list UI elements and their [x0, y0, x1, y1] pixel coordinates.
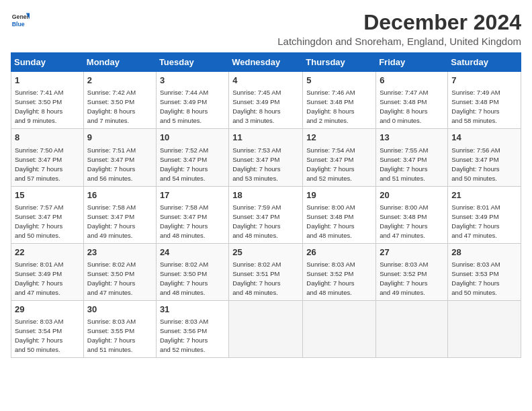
- day-number: 21: [451, 189, 517, 201]
- calendar-cell: [303, 300, 376, 357]
- header-col-sunday: Sunday: [11, 53, 84, 72]
- day-info: Sunrise: 8:03 AM Sunset: 3:56 PM Dayligh…: [160, 318, 208, 353]
- calendar-cell: 2Sunrise: 7:42 AM Sunset: 3:50 PM Daylig…: [83, 72, 156, 129]
- day-info: Sunrise: 7:51 AM Sunset: 3:47 PM Dayligh…: [87, 146, 136, 182]
- calendar-cell: 18Sunrise: 7:59 AM Sunset: 3:47 PM Dayli…: [229, 186, 303, 243]
- calendar-cell: 11Sunrise: 7:53 AM Sunset: 3:47 PM Dayli…: [229, 129, 303, 186]
- day-number: 23: [87, 246, 152, 259]
- day-info: Sunrise: 7:41 AM Sunset: 3:50 PM Dayligh…: [15, 89, 63, 124]
- calendar-header-row: SundayMondayTuesdayWednesdayThursdayFrid…: [11, 53, 521, 72]
- header-col-saturday: Saturday: [448, 53, 521, 72]
- day-number: 25: [232, 246, 299, 259]
- calendar-cell: 22Sunrise: 8:01 AM Sunset: 3:49 PM Dayli…: [11, 243, 84, 300]
- day-info: Sunrise: 8:03 AM Sunset: 3:55 PM Dayligh…: [87, 318, 136, 353]
- day-info: Sunrise: 7:58 AM Sunset: 3:47 PM Dayligh…: [87, 203, 136, 239]
- day-number: 11: [232, 132, 299, 144]
- calendar-title: December 2024: [277, 11, 521, 34]
- day-number: 4: [232, 75, 299, 87]
- day-info: Sunrise: 8:02 AM Sunset: 3:51 PM Dayligh…: [232, 261, 281, 296]
- calendar-cell: 25Sunrise: 8:02 AM Sunset: 3:51 PM Dayli…: [229, 243, 303, 300]
- day-info: Sunrise: 7:47 AM Sunset: 3:48 PM Dayligh…: [380, 89, 428, 124]
- calendar-cell: [376, 300, 448, 357]
- day-info: Sunrise: 7:45 AM Sunset: 3:49 PM Dayligh…: [232, 89, 281, 124]
- title-block: December 2024 Latchingdon and Snoreham, …: [277, 11, 521, 47]
- page-header: General Blue December 2024 Latchingdon a…: [11, 11, 521, 47]
- day-info: Sunrise: 7:55 AM Sunset: 3:47 PM Dayligh…: [380, 146, 428, 182]
- calendar-cell: [448, 300, 521, 357]
- day-info: Sunrise: 8:03 AM Sunset: 3:52 PM Dayligh…: [380, 261, 428, 296]
- day-info: Sunrise: 7:53 AM Sunset: 3:47 PM Dayligh…: [232, 146, 281, 182]
- day-info: Sunrise: 8:00 AM Sunset: 3:48 PM Dayligh…: [306, 203, 355, 239]
- day-number: 15: [15, 189, 80, 201]
- svg-text:Blue: Blue: [12, 21, 25, 28]
- day-number: 28: [451, 246, 517, 259]
- calendar-cell: 6Sunrise: 7:47 AM Sunset: 3:48 PM Daylig…: [376, 72, 448, 129]
- header-col-tuesday: Tuesday: [156, 53, 228, 72]
- day-number: 9: [87, 132, 152, 144]
- day-info: Sunrise: 8:00 AM Sunset: 3:48 PM Dayligh…: [380, 203, 428, 239]
- calendar-subtitle: Latchingdon and Snoreham, England, Unite…: [277, 36, 521, 47]
- calendar-cell: 3Sunrise: 7:44 AM Sunset: 3:49 PM Daylig…: [156, 72, 228, 129]
- day-number: 19: [306, 189, 372, 201]
- calendar-cell: 29Sunrise: 8:03 AM Sunset: 3:54 PM Dayli…: [11, 300, 84, 357]
- day-info: Sunrise: 7:57 AM Sunset: 3:47 PM Dayligh…: [15, 203, 63, 239]
- calendar-cell: [229, 300, 303, 357]
- day-info: Sunrise: 8:03 AM Sunset: 3:54 PM Dayligh…: [15, 318, 63, 353]
- header-col-thursday: Thursday: [303, 53, 376, 72]
- day-number: 14: [451, 132, 517, 144]
- day-info: Sunrise: 8:01 AM Sunset: 3:49 PM Dayligh…: [15, 261, 63, 296]
- calendar-cell: 10Sunrise: 7:52 AM Sunset: 3:47 PM Dayli…: [156, 129, 228, 186]
- calendar-cell: 19Sunrise: 8:00 AM Sunset: 3:48 PM Dayli…: [303, 186, 376, 243]
- calendar-cell: 16Sunrise: 7:58 AM Sunset: 3:47 PM Dayli…: [83, 186, 156, 243]
- calendar-cell: 15Sunrise: 7:57 AM Sunset: 3:47 PM Dayli…: [11, 186, 84, 243]
- day-info: Sunrise: 8:03 AM Sunset: 3:53 PM Dayligh…: [451, 261, 500, 296]
- day-number: 2: [87, 75, 152, 87]
- calendar-cell: 5Sunrise: 7:46 AM Sunset: 3:48 PM Daylig…: [303, 72, 376, 129]
- day-number: 30: [87, 304, 152, 316]
- day-info: Sunrise: 8:02 AM Sunset: 3:50 PM Dayligh…: [160, 261, 208, 296]
- day-info: Sunrise: 8:03 AM Sunset: 3:52 PM Dayligh…: [306, 261, 355, 296]
- day-number: 22: [15, 246, 80, 259]
- day-number: 12: [306, 132, 372, 144]
- week-row-4: 22Sunrise: 8:01 AM Sunset: 3:49 PM Dayli…: [11, 243, 521, 300]
- week-row-1: 1Sunrise: 7:41 AM Sunset: 3:50 PM Daylig…: [11, 72, 521, 129]
- calendar-cell: 13Sunrise: 7:55 AM Sunset: 3:47 PM Dayli…: [376, 129, 448, 186]
- day-info: Sunrise: 7:54 AM Sunset: 3:47 PM Dayligh…: [306, 146, 355, 182]
- day-number: 16: [87, 189, 152, 201]
- day-number: 18: [232, 189, 299, 201]
- day-number: 20: [380, 189, 444, 201]
- day-number: 3: [160, 75, 225, 87]
- calendar-cell: 4Sunrise: 7:45 AM Sunset: 3:49 PM Daylig…: [229, 72, 303, 129]
- day-info: Sunrise: 7:50 AM Sunset: 3:47 PM Dayligh…: [15, 146, 63, 182]
- calendar-cell: 28Sunrise: 8:03 AM Sunset: 3:53 PM Dayli…: [448, 243, 521, 300]
- header-col-wednesday: Wednesday: [229, 53, 303, 72]
- calendar-cell: 21Sunrise: 8:01 AM Sunset: 3:49 PM Dayli…: [448, 186, 521, 243]
- day-info: Sunrise: 8:01 AM Sunset: 3:49 PM Dayligh…: [451, 203, 500, 239]
- calendar-cell: 26Sunrise: 8:03 AM Sunset: 3:52 PM Dayli…: [303, 243, 376, 300]
- calendar-cell: 31Sunrise: 8:03 AM Sunset: 3:56 PM Dayli…: [156, 300, 228, 357]
- day-info: Sunrise: 7:58 AM Sunset: 3:47 PM Dayligh…: [160, 203, 208, 239]
- day-number: 8: [15, 132, 80, 144]
- logo: General Blue: [11, 11, 30, 30]
- week-row-2: 8Sunrise: 7:50 AM Sunset: 3:47 PM Daylig…: [11, 129, 521, 186]
- day-number: 31: [160, 304, 225, 316]
- day-info: Sunrise: 7:59 AM Sunset: 3:47 PM Dayligh…: [232, 203, 281, 239]
- header-col-friday: Friday: [376, 53, 448, 72]
- calendar-cell: 12Sunrise: 7:54 AM Sunset: 3:47 PM Dayli…: [303, 129, 376, 186]
- day-number: 13: [380, 132, 444, 144]
- calendar-cell: 20Sunrise: 8:00 AM Sunset: 3:48 PM Dayli…: [376, 186, 448, 243]
- day-number: 1: [15, 75, 80, 87]
- day-info: Sunrise: 7:44 AM Sunset: 3:49 PM Dayligh…: [160, 89, 208, 124]
- calendar-cell: 8Sunrise: 7:50 AM Sunset: 3:47 PM Daylig…: [11, 129, 84, 186]
- day-info: Sunrise: 7:46 AM Sunset: 3:48 PM Dayligh…: [306, 89, 355, 124]
- day-info: Sunrise: 7:52 AM Sunset: 3:47 PM Dayligh…: [160, 146, 208, 182]
- day-number: 5: [306, 75, 372, 87]
- header-col-monday: Monday: [83, 53, 156, 72]
- calendar-cell: 1Sunrise: 7:41 AM Sunset: 3:50 PM Daylig…: [11, 72, 84, 129]
- day-info: Sunrise: 8:02 AM Sunset: 3:50 PM Dayligh…: [87, 261, 136, 296]
- day-number: 17: [160, 189, 225, 201]
- day-number: 6: [380, 75, 444, 87]
- week-row-3: 15Sunrise: 7:57 AM Sunset: 3:47 PM Dayli…: [11, 186, 521, 243]
- day-number: 10: [160, 132, 225, 144]
- calendar-table: SundayMondayTuesdayWednesdayThursdayFrid…: [11, 52, 521, 358]
